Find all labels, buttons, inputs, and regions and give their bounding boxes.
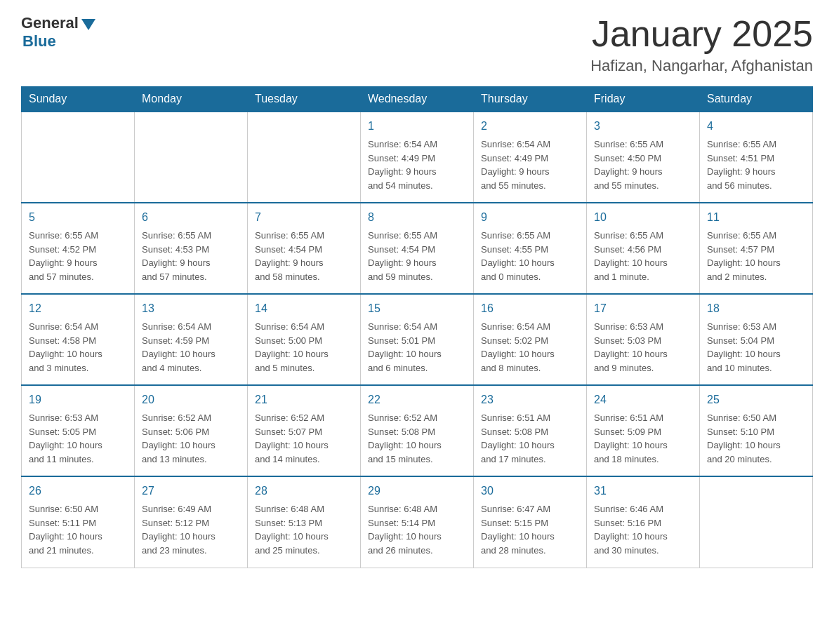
day-info: Sunrise: 6:52 AM Sunset: 5:08 PM Dayligh… (368, 411, 466, 466)
day-info: Sunrise: 6:53 AM Sunset: 5:05 PM Dayligh… (29, 411, 127, 466)
day-number: 7 (255, 209, 353, 226)
calendar-cell: 1Sunrise: 6:54 AM Sunset: 4:49 PM Daylig… (361, 112, 474, 203)
day-info: Sunrise: 6:53 AM Sunset: 5:04 PM Dayligh… (707, 320, 805, 375)
calendar-cell: 30Sunrise: 6:47 AM Sunset: 5:15 PM Dayli… (474, 476, 587, 568)
calendar-cell: 7Sunrise: 6:55 AM Sunset: 4:54 PM Daylig… (248, 203, 361, 294)
day-number: 1 (368, 118, 466, 135)
day-number: 22 (368, 391, 466, 408)
day-number: 6 (142, 209, 240, 226)
day-info: Sunrise: 6:46 AM Sunset: 5:16 PM Dayligh… (594, 502, 692, 557)
calendar-cell: 15Sunrise: 6:54 AM Sunset: 5:01 PM Dayli… (361, 294, 474, 385)
calendar-cell: 29Sunrise: 6:48 AM Sunset: 5:14 PM Dayli… (361, 476, 474, 568)
day-info: Sunrise: 6:55 AM Sunset: 4:51 PM Dayligh… (707, 137, 805, 192)
calendar-cell: 26Sunrise: 6:50 AM Sunset: 5:11 PM Dayli… (22, 476, 135, 568)
day-info: Sunrise: 6:54 AM Sunset: 4:58 PM Dayligh… (29, 320, 127, 375)
calendar-cell (248, 112, 361, 203)
calendar-cell (700, 476, 813, 568)
day-number: 23 (481, 391, 579, 408)
page-header: General Blue January 2025 Hafizan, Nanga… (21, 14, 813, 75)
calendar-week-row: 26Sunrise: 6:50 AM Sunset: 5:11 PM Dayli… (22, 476, 813, 568)
day-number: 16 (481, 300, 579, 317)
day-info: Sunrise: 6:55 AM Sunset: 4:57 PM Dayligh… (707, 229, 805, 283)
calendar-cell (135, 112, 248, 203)
day-info: Sunrise: 6:53 AM Sunset: 5:03 PM Dayligh… (594, 320, 692, 375)
day-number: 4 (707, 118, 805, 135)
weekday-header-monday: Monday (135, 87, 248, 112)
day-info: Sunrise: 6:47 AM Sunset: 5:15 PM Dayligh… (481, 502, 579, 557)
calendar-cell: 14Sunrise: 6:54 AM Sunset: 5:00 PM Dayli… (248, 294, 361, 385)
weekday-header-sunday: Sunday (22, 87, 135, 112)
calendar-week-row: 5Sunrise: 6:55 AM Sunset: 4:52 PM Daylig… (22, 203, 813, 294)
calendar-cell: 27Sunrise: 6:49 AM Sunset: 5:12 PM Dayli… (135, 476, 248, 568)
day-info: Sunrise: 6:54 AM Sunset: 5:02 PM Dayligh… (481, 320, 579, 375)
day-info: Sunrise: 6:54 AM Sunset: 5:01 PM Dayligh… (368, 320, 466, 375)
calendar-cell: 8Sunrise: 6:55 AM Sunset: 4:54 PM Daylig… (361, 203, 474, 294)
day-number: 27 (142, 483, 240, 499)
day-info: Sunrise: 6:55 AM Sunset: 4:53 PM Dayligh… (142, 229, 240, 283)
day-number: 3 (594, 118, 692, 135)
calendar-cell: 17Sunrise: 6:53 AM Sunset: 5:03 PM Dayli… (587, 294, 700, 385)
day-number: 9 (481, 209, 579, 226)
day-number: 15 (368, 300, 466, 317)
calendar-cell: 9Sunrise: 6:55 AM Sunset: 4:55 PM Daylig… (474, 203, 587, 294)
logo: General Blue (21, 14, 95, 51)
calendar-cell: 31Sunrise: 6:46 AM Sunset: 5:16 PM Dayli… (587, 476, 700, 568)
calendar-cell: 10Sunrise: 6:55 AM Sunset: 4:56 PM Dayli… (587, 203, 700, 294)
calendar-cell (22, 112, 135, 203)
day-info: Sunrise: 6:48 AM Sunset: 5:13 PM Dayligh… (255, 502, 353, 557)
day-number: 14 (255, 300, 353, 317)
calendar-cell: 5Sunrise: 6:55 AM Sunset: 4:52 PM Daylig… (22, 203, 135, 294)
day-number: 13 (142, 300, 240, 317)
location-subtitle: Hafizan, Nangarhar, Afghanistan (590, 57, 813, 75)
weekday-header-tuesday: Tuesday (248, 87, 361, 112)
calendar-cell: 12Sunrise: 6:54 AM Sunset: 4:58 PM Dayli… (22, 294, 135, 385)
day-info: Sunrise: 6:51 AM Sunset: 5:08 PM Dayligh… (481, 411, 579, 466)
calendar-cell: 28Sunrise: 6:48 AM Sunset: 5:13 PM Dayli… (248, 476, 361, 568)
day-number: 2 (481, 118, 579, 135)
day-info: Sunrise: 6:51 AM Sunset: 5:09 PM Dayligh… (594, 411, 692, 466)
day-info: Sunrise: 6:54 AM Sunset: 4:59 PM Dayligh… (142, 320, 240, 375)
weekday-header-row: SundayMondayTuesdayWednesdayThursdayFrid… (22, 87, 813, 112)
day-number: 17 (594, 300, 692, 317)
calendar-cell: 24Sunrise: 6:51 AM Sunset: 5:09 PM Dayli… (587, 385, 700, 476)
day-number: 5 (29, 209, 127, 226)
calendar-cell: 13Sunrise: 6:54 AM Sunset: 4:59 PM Dayli… (135, 294, 248, 385)
day-number: 30 (481, 483, 579, 499)
calendar-cell: 25Sunrise: 6:50 AM Sunset: 5:10 PM Dayli… (700, 385, 813, 476)
calendar-cell: 22Sunrise: 6:52 AM Sunset: 5:08 PM Dayli… (361, 385, 474, 476)
day-info: Sunrise: 6:55 AM Sunset: 4:56 PM Dayligh… (594, 229, 692, 283)
day-info: Sunrise: 6:55 AM Sunset: 4:55 PM Dayligh… (481, 229, 579, 283)
calendar-cell: 3Sunrise: 6:55 AM Sunset: 4:50 PM Daylig… (587, 112, 700, 203)
month-title: January 2025 (590, 14, 813, 54)
calendar-cell: 2Sunrise: 6:54 AM Sunset: 4:49 PM Daylig… (474, 112, 587, 203)
day-number: 25 (707, 391, 805, 408)
day-number: 12 (29, 300, 127, 317)
logo-general-text: General (21, 14, 79, 32)
day-number: 21 (255, 391, 353, 408)
calendar-cell: 11Sunrise: 6:55 AM Sunset: 4:57 PM Dayli… (700, 203, 813, 294)
day-info: Sunrise: 6:55 AM Sunset: 4:54 PM Dayligh… (368, 229, 466, 283)
day-info: Sunrise: 6:55 AM Sunset: 4:50 PM Dayligh… (594, 137, 692, 192)
day-info: Sunrise: 6:50 AM Sunset: 5:11 PM Dayligh… (29, 502, 127, 557)
day-number: 29 (368, 483, 466, 499)
logo-blue-text: Blue (22, 32, 56, 51)
day-number: 8 (368, 209, 466, 226)
day-info: Sunrise: 6:49 AM Sunset: 5:12 PM Dayligh… (142, 502, 240, 557)
logo-triangle-icon (81, 19, 95, 30)
weekday-header-saturday: Saturday (700, 87, 813, 112)
calendar-cell: 18Sunrise: 6:53 AM Sunset: 5:04 PM Dayli… (700, 294, 813, 385)
weekday-header-wednesday: Wednesday (361, 87, 474, 112)
calendar-table: SundayMondayTuesdayWednesdayThursdayFrid… (21, 86, 813, 568)
day-info: Sunrise: 6:54 AM Sunset: 4:49 PM Dayligh… (481, 137, 579, 192)
calendar-week-row: 12Sunrise: 6:54 AM Sunset: 4:58 PM Dayli… (22, 294, 813, 385)
day-info: Sunrise: 6:55 AM Sunset: 4:54 PM Dayligh… (255, 229, 353, 283)
day-number: 11 (707, 209, 805, 226)
day-info: Sunrise: 6:52 AM Sunset: 5:07 PM Dayligh… (255, 411, 353, 466)
calendar-cell: 16Sunrise: 6:54 AM Sunset: 5:02 PM Dayli… (474, 294, 587, 385)
weekday-header-thursday: Thursday (474, 87, 587, 112)
calendar-cell: 4Sunrise: 6:55 AM Sunset: 4:51 PM Daylig… (700, 112, 813, 203)
calendar-cell: 6Sunrise: 6:55 AM Sunset: 4:53 PM Daylig… (135, 203, 248, 294)
day-number: 20 (142, 391, 240, 408)
day-number: 19 (29, 391, 127, 408)
day-info: Sunrise: 6:54 AM Sunset: 4:49 PM Dayligh… (368, 137, 466, 192)
